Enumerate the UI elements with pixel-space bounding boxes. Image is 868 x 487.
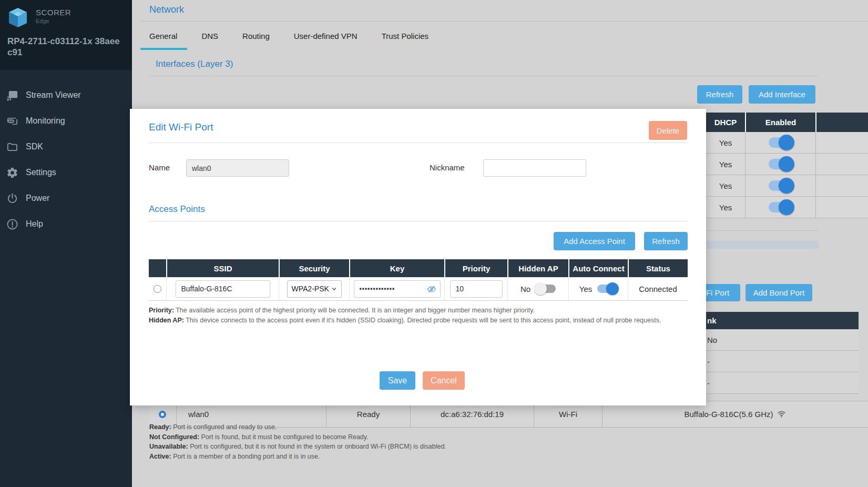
sidebar-header: SCORER Edge RP4-2711-c03112-1x 38aeec91 xyxy=(0,0,132,70)
folder-icon xyxy=(6,141,18,153)
hidden-ap-column-header: Hidden AP xyxy=(507,259,568,277)
help-icon xyxy=(6,218,18,230)
nickname-label: Nickname xyxy=(430,163,465,172)
sidebar-item-help[interactable]: Help xyxy=(0,211,132,237)
eye-off-icon[interactable] xyxy=(427,285,436,294)
tab-bar: General DNS Routing User-defined VPN Tru… xyxy=(149,32,428,48)
gear-icon xyxy=(6,167,18,179)
hidden-ap-value-label: No xyxy=(520,285,530,293)
divider xyxy=(149,221,687,221)
scorer-cube-logo-icon xyxy=(7,7,28,28)
modal-title: Edit Wi-Fi Port xyxy=(149,121,213,133)
divider xyxy=(140,21,868,22)
page-title: Network xyxy=(149,4,184,15)
legend-line: Ready: Port is configured and ready to u… xyxy=(149,422,446,432)
enabled-toggle[interactable] xyxy=(769,180,793,191)
status-legend: Ready: Port is configured and ready to u… xyxy=(149,422,446,461)
access-points-table-header: SSID Security Key Priority Hidden AP Aut… xyxy=(149,259,688,277)
ports-table-fragment: nk No - - xyxy=(706,312,859,394)
dhcp-column-header: DHCP xyxy=(706,113,745,132)
hidden-ap-toggle[interactable] xyxy=(536,285,556,293)
access-points-table: SSID Security Key Priority Hidden AP Aut… xyxy=(149,259,688,301)
sidebar-item-label: Stream Viewer xyxy=(26,90,81,100)
interface-row: Yes xyxy=(706,197,868,218)
auto-connect-column-header: Auto Connect xyxy=(568,259,628,277)
sidebar-menu: Stream Viewer Monitoring SDK Settings Po… xyxy=(0,70,132,237)
monitor-eye-icon xyxy=(6,115,18,127)
add-bond-port-button[interactable]: Add Bond Port xyxy=(746,284,812,301)
dhcp-value: Yes xyxy=(706,197,745,218)
port-link-cell: - xyxy=(706,351,859,372)
brand: SCORER Edge xyxy=(7,6,125,28)
interface-row: Yes xyxy=(706,132,868,154)
sidebar-item-label: Power xyxy=(26,194,49,203)
security-column-header: Security xyxy=(279,259,349,277)
sidebar-item-sdk[interactable]: SDK xyxy=(0,134,132,160)
auto-connect-toggle[interactable] xyxy=(597,285,617,293)
tab-routing[interactable]: Routing xyxy=(242,32,270,48)
cancel-button[interactable]: Cancel xyxy=(423,371,465,390)
priority-input[interactable] xyxy=(450,280,503,298)
sidebar-item-settings[interactable]: Settings xyxy=(0,160,132,186)
priority-column-header: Priority xyxy=(444,259,507,277)
divider xyxy=(706,230,819,231)
refresh-interfaces-button[interactable]: Refresh xyxy=(697,85,742,104)
refresh-access-points-button[interactable]: Refresh xyxy=(644,232,688,250)
add-interface-button[interactable]: Add Interface xyxy=(749,85,815,104)
enabled-toggle[interactable] xyxy=(769,202,793,212)
access-point-row: WPA2-PSK No Yes xyxy=(149,277,688,301)
divider xyxy=(149,143,687,143)
auto-connect-value-label: Yes xyxy=(579,285,592,293)
sidebar-item-label: Monitoring xyxy=(26,116,65,126)
horizontal-scrollbar[interactable] xyxy=(706,241,819,249)
port-access-point: Buffalo-G-816C(5.6 GHz) xyxy=(685,410,773,419)
legend-line: Active: Port is a member of a bonding po… xyxy=(149,452,446,462)
tab-dns[interactable]: DNS xyxy=(201,32,218,48)
edit-wifi-port-modal: Edit Wi-Fi Port Delete Name Nickname Acc… xyxy=(130,109,706,405)
ssid-column-header: SSID xyxy=(166,259,279,277)
interface-row: Yes xyxy=(706,154,868,175)
legend-line: Unavailable: Port is configured, but it … xyxy=(149,442,446,452)
access-point-radio[interactable] xyxy=(154,285,161,293)
status-column-header: Status xyxy=(628,259,688,277)
divider xyxy=(149,76,819,76)
ssid-input[interactable] xyxy=(176,280,270,298)
security-select[interactable]: WPA2-PSK xyxy=(287,280,342,298)
port-link-cell: No xyxy=(706,329,859,351)
key-column-header: Key xyxy=(349,259,444,277)
tab-general[interactable]: General xyxy=(149,32,177,48)
port-radio-selected[interactable] xyxy=(159,411,166,418)
interfaces-section-title: Interfaces (Layer 3) xyxy=(156,59,233,69)
add-access-point-button[interactable]: Add Access Point xyxy=(554,232,635,250)
brand-subtitle: Edge xyxy=(36,18,71,24)
active-tab-underline xyxy=(140,48,187,50)
access-points-title: Access Points xyxy=(149,204,205,215)
sidebar-item-power[interactable]: Power xyxy=(0,186,132,211)
power-icon xyxy=(6,192,18,205)
delete-button[interactable]: Delete xyxy=(649,121,687,140)
access-point-status: Connected xyxy=(639,285,677,293)
save-button[interactable]: Save xyxy=(380,371,415,390)
sidebar-item-label: SDK xyxy=(26,142,43,151)
sidebar: SCORER Edge RP4-2711-c03112-1x 38aeec91 … xyxy=(0,0,132,487)
dhcp-value: Yes xyxy=(706,175,745,196)
interface-row: Yes xyxy=(706,175,868,197)
nickname-field[interactable] xyxy=(483,159,586,177)
tab-user-defined-vpn[interactable]: User-defined VPN xyxy=(294,32,358,48)
link-column-header: nk xyxy=(706,312,859,329)
access-point-notes: Priority: The available access point of … xyxy=(149,306,661,325)
hidden-ap-note: Hidden AP: This device connects to the a… xyxy=(149,316,661,326)
tab-trust-policies[interactable]: Trust Policies xyxy=(382,32,428,48)
sidebar-item-label: Settings xyxy=(26,168,56,177)
dhcp-value: Yes xyxy=(706,132,745,153)
wifi-signal-icon xyxy=(777,410,786,419)
name-field[interactable] xyxy=(186,159,289,177)
dhcp-value: Yes xyxy=(706,154,745,175)
cast-icon xyxy=(6,89,18,102)
app-root: SCORER Edge RP4-2711-c03112-1x 38aeec91 … xyxy=(0,0,868,487)
sidebar-item-monitoring[interactable]: Monitoring xyxy=(0,108,132,134)
enabled-toggle[interactable] xyxy=(769,137,793,148)
sidebar-item-stream-viewer[interactable]: Stream Viewer xyxy=(0,83,132,108)
enabled-toggle[interactable] xyxy=(769,159,793,169)
interfaces-table-header: DHCP Enabled xyxy=(706,113,868,132)
